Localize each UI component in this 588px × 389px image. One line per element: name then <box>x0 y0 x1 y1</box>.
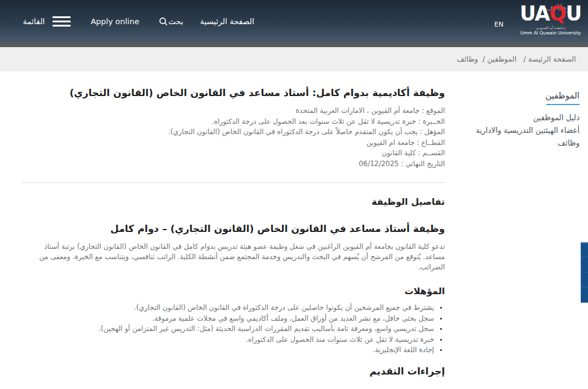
sidebar-link[interactable]: أعضاء الهيئتين التدريسية والادارية <box>450 124 580 137</box>
site-header: القائمة Apply online بحث الصفحة الرئيسية… <box>0 0 588 42</box>
job-posting: وظيفة أكاديمية بدوام كامل: أستاذ مساعد ف… <box>22 71 445 377</box>
breadcrumb-link[interactable]: وظائف <box>457 55 478 63</box>
sidebar-link[interactable]: وظائف <box>450 137 580 149</box>
qualification-item: سجل تدريسي واسع، ومعرفة تامة بأساليب تقد… <box>22 324 434 335</box>
language-toggle[interactable]: EN <box>494 21 503 28</box>
job-description: تدعو كلية القانون بجامعة أم القيوين الرا… <box>22 242 445 272</box>
job-meta-line: الموقع : جامعة أم القيوين ، الامارات الع… <box>22 106 445 117</box>
job-meta-list: الموقع : جامعة أم القيوين ، الامارات الع… <box>22 106 445 169</box>
job-details-heading: تفاصيل الوظيفة <box>22 196 445 207</box>
logo-english-name: Umm Al Quwain University <box>514 30 587 36</box>
job-subtitle: وظيفة أستاذ مساعد في القانون الخاص (القا… <box>22 223 445 234</box>
logo-arabic-name: جـامعـة أم القيـويـن <box>514 25 587 30</box>
apply-online-link[interactable]: Apply online <box>91 17 139 26</box>
menu-label[interactable]: القائمة <box>23 17 45 26</box>
main-nav: القائمة Apply online بحث الصفحة الرئيسية <box>23 0 254 42</box>
apply-procedures-heading: إجراءات التقديم <box>22 365 445 377</box>
job-meta-line: التاريخ النهائي : 06/12/2025 <box>22 159 445 170</box>
job-meta-line: القســم : كلية القانون <box>22 148 445 159</box>
breadcrumb-link[interactable]: الصفحة الرئيسة <box>528 55 576 63</box>
sidebar-title-underline <box>546 104 580 105</box>
job-title: وظيفة أكاديمية بدوام كامل: أستاذ مساعد ف… <box>22 86 445 100</box>
breadcrumb-separator: / <box>519 55 528 63</box>
menu-button[interactable]: القائمة <box>23 16 71 27</box>
breadcrumb: الصفحة الرئيسة / الموظفين / وظائف <box>457 55 576 63</box>
job-meta-line: الخــبرة : خبرة تدريسية لا تقل عن ثلاث س… <box>22 117 445 127</box>
qualification-item: خبرة تدريسية لا تقل عن ثلاث سنوات منذ ال… <box>22 335 434 346</box>
employees-sidebar: الموظفين دليل الموظفين أعضاء الهيئتين ال… <box>450 89 580 149</box>
qualification-item: إجادة اللغة الإنجليزية. <box>22 345 434 356</box>
share-button[interactable] <box>581 288 588 303</box>
qualification-item: سجل بحثي حافل، مع نشر العديد من أوراق ال… <box>22 313 434 324</box>
sidebar-link[interactable]: دليل الموظفين <box>450 111 580 124</box>
job-meta-line: المؤهل : يجب أن يكون المتقدم حاصلاً على … <box>22 127 445 138</box>
share-button[interactable] <box>581 257 588 272</box>
hamburger-icon[interactable] <box>53 16 71 27</box>
breadcrumb-link[interactable]: الموظفين <box>487 55 517 63</box>
logo-red-q: Q <box>549 2 566 25</box>
breadcrumb-separator: / <box>480 55 487 63</box>
qualifications-heading: المؤهلات <box>22 286 445 297</box>
breadcrumb-bar: الصفحة الرئيسة / الموظفين / وظائف <box>0 47 588 71</box>
sidebar-title: الموظفين <box>545 91 580 100</box>
page-content: الموظفين دليل الموظفين أعضاء الهيئتين ال… <box>0 71 588 389</box>
qualifications-list: يشترط في جميع المرشحين أن يكونوا حاصلين … <box>22 303 445 356</box>
job-meta-line: القطــاع : جامعة ام القيوين <box>22 138 445 149</box>
home-link[interactable]: الصفحة الرئيسية <box>200 17 255 26</box>
section-divider <box>22 182 445 183</box>
share-button[interactable] <box>581 272 588 288</box>
header-divider-strip <box>0 42 588 47</box>
qualification-item: يشترط في جميع المرشحين أن يكونوا حاصلين … <box>22 303 434 313</box>
university-logo[interactable]: UAQU جـامعـة أم القيـويـن Umm Al Quwain … <box>514 4 587 36</box>
search-label[interactable]: بحث <box>168 17 184 26</box>
search-icon <box>159 17 168 26</box>
share-button[interactable] <box>581 242 588 257</box>
share-widget <box>581 242 588 303</box>
sidebar-links: دليل الموظفين أعضاء الهيئتين التدريسية و… <box>450 111 580 149</box>
logo-acronym: UAQU <box>514 4 587 25</box>
search-button[interactable]: بحث <box>159 17 184 26</box>
